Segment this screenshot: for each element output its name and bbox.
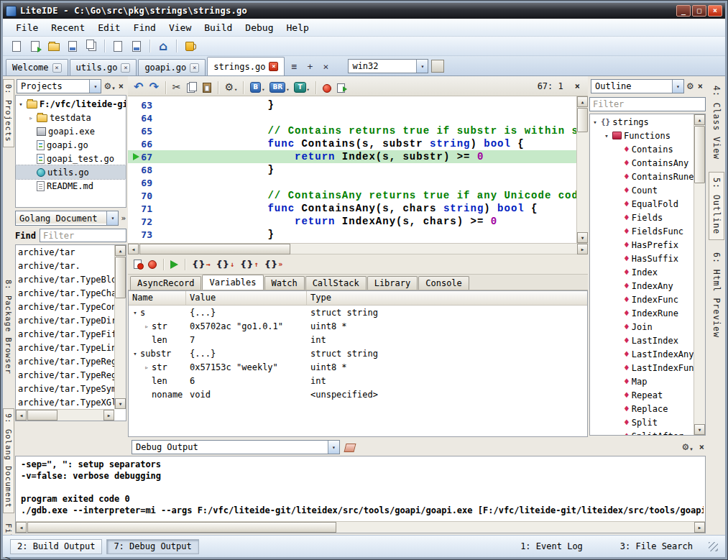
tree-row[interactable]: goapi.go	[16, 138, 126, 152]
dock-tab-outline[interactable]: 5: Outline	[709, 172, 724, 240]
line-gutter[interactable]: 63	[128, 98, 157, 111]
expander-icon[interactable]	[591, 119, 599, 126]
close-panel-icon[interactable]: ×	[117, 81, 125, 91]
menu-item[interactable]: Debug	[239, 20, 279, 35]
close-editor-icon[interactable]: ×	[571, 81, 584, 91]
tree-row[interactable]: testdata	[16, 111, 126, 124]
scrollbar-thumb[interactable]	[27, 522, 336, 533]
outline-item[interactable]: {} strings	[590, 115, 694, 129]
redo-icon[interactable]: ↷	[147, 78, 160, 94]
titlebar[interactable]: LiteIDE - C:\Go\src\pkg\strings\strings.…	[3, 3, 725, 19]
outline-function-item[interactable]: Join	[590, 320, 694, 334]
combo-dropdown-icon[interactable]: ▾	[672, 80, 683, 93]
tree-row[interactable]: goapi.exe	[16, 124, 126, 138]
outline-function-item[interactable]: Count	[590, 183, 694, 197]
dock-tab-package-browser[interactable]: 8: Package Browser	[4, 275, 14, 379]
combo-dropdown-icon[interactable]: ▾	[106, 211, 118, 225]
debug-output-button[interactable]: 7: Debug Output	[106, 539, 198, 554]
dock-tab-golang-document[interactable]: 9: Golang Document	[3, 408, 14, 513]
outline-function-item[interactable]: Map	[590, 375, 694, 388]
outline-function-item[interactable]: LastIndex	[590, 334, 694, 347]
save-file-icon[interactable]	[65, 38, 80, 54]
paste-icon[interactable]	[201, 78, 213, 94]
open-file-icon[interactable]	[27, 38, 43, 54]
outline-item[interactable]: Functions	[590, 129, 694, 142]
test-menu-button[interactable]: T ▾	[292, 78, 310, 94]
scroll-up-icon[interactable]	[577, 96, 588, 107]
outline-function-item[interactable]: Split	[590, 416, 694, 429]
outline-function-item[interactable]: HasPrefix	[590, 238, 694, 252]
outline-function-item[interactable]: ContainsRune	[590, 170, 694, 183]
gear-icon[interactable]: ⚙▾	[103, 81, 114, 91]
doc-filter-input[interactable]	[40, 229, 126, 242]
tab-close-icon[interactable]: ×	[52, 63, 62, 73]
outline-function-item[interactable]: Replace	[590, 402, 694, 416]
outline-function-item[interactable]: EqualFold	[590, 197, 694, 211]
line-gutter[interactable]: 69	[128, 176, 157, 189]
new-file-icon[interactable]	[9, 38, 24, 54]
doc-list-item[interactable]: archive/tar.TypeChar	[16, 287, 114, 300]
doc-list-item[interactable]: archive/tar.TypeFifo	[16, 328, 114, 341]
resize-grip[interactable]	[709, 542, 718, 551]
scroll-up-icon[interactable]	[115, 245, 126, 256]
minimize-button[interactable]: _	[676, 5, 691, 17]
outline-function-item[interactable]: LastIndexAny	[590, 347, 694, 361]
close-button[interactable]: ×	[708, 5, 722, 17]
outline-function-item[interactable]: Fields	[590, 211, 694, 224]
dock-tab-projects[interactable]: 0: Projects	[3, 79, 14, 147]
scroll-right-icon[interactable]	[577, 244, 588, 254]
step-out-icon[interactable]: {} ↑	[240, 259, 259, 270]
scrollbar-thumb[interactable]	[577, 108, 588, 132]
line-gutter[interactable]: 72	[128, 215, 157, 228]
tab-close-icon[interactable]: ×	[121, 63, 130, 73]
dock-tab-class-view[interactable]: 4: Class View	[709, 81, 724, 165]
debug-record-icon[interactable]	[321, 78, 333, 94]
doc-list-item[interactable]: archive/tar.TypeBlock	[16, 273, 114, 287]
column-header[interactable]: Value	[186, 291, 307, 305]
editor-tab[interactable]: strings.go ×	[207, 57, 285, 75]
menu-item[interactable]: Help	[281, 20, 315, 35]
outline-function-item[interactable]: HasSuffix	[590, 252, 694, 265]
scroll-left-icon[interactable]	[16, 410, 27, 421]
load-session-icon[interactable]	[110, 38, 126, 54]
variable-row[interactable]: noname void <unspecified>	[129, 387, 587, 401]
output-pane-combo[interactable]: Debug Output ▾	[132, 440, 340, 454]
line-gutter[interactable]: 65	[128, 124, 157, 137]
line-gutter[interactable]: 73	[128, 228, 157, 241]
expander-icon[interactable]	[603, 132, 610, 139]
variable-row[interactable]: len 7 int	[129, 333, 587, 346]
build-run-menu-button[interactable]: BR ▾	[268, 78, 290, 94]
combo-dropdown-icon[interactable]: ▾	[416, 60, 428, 73]
scrollbar-thumb[interactable]	[27, 410, 57, 421]
scroll-down-icon[interactable]	[577, 232, 588, 243]
split-add-icon[interactable]: +	[303, 59, 317, 73]
debug-tab[interactable]: CallStack	[305, 276, 367, 290]
outline-combo[interactable]: Outline ▾	[591, 79, 684, 93]
line-gutter[interactable]: 68	[128, 163, 157, 176]
build-output-button[interactable]: 2: Build Output	[10, 539, 102, 554]
run-to-line-icon[interactable]: {} »	[264, 259, 283, 270]
editor-tab[interactable]: utils.go ×	[70, 59, 137, 75]
build-menu-button[interactable]: B ▾	[249, 78, 266, 94]
line-gutter[interactable]: 64	[128, 111, 157, 124]
continue-debug-icon[interactable]	[170, 260, 179, 269]
editor-tab[interactable]: goapi.go ×	[138, 59, 206, 75]
outline-function-item[interactable]: SplitAfter	[590, 429, 694, 435]
outline-function-item[interactable]: ContainsAny	[590, 156, 694, 170]
editor-tab[interactable]: Welcome ×	[6, 59, 68, 75]
variable-row[interactable]: str 0x5702ac "go1.0.1" uint8 *	[129, 319, 587, 333]
debug-tab[interactable]: Library	[367, 276, 418, 290]
column-header[interactable]: Name	[129, 291, 186, 305]
outline-function-item[interactable]: IndexFunc	[590, 293, 694, 306]
scroll-left-icon[interactable]	[128, 244, 139, 254]
save-all-icon[interactable]	[83, 38, 99, 54]
outline-function-item[interactable]: FieldsFunc	[590, 224, 694, 238]
step-over-icon[interactable]: {} →	[192, 259, 211, 270]
cut-icon[interactable]: ✂	[171, 78, 183, 94]
debug-tab[interactable]: AsyncRecord	[130, 276, 201, 290]
doc-list-item[interactable]: archive/tar.TypeDir	[16, 314, 114, 328]
scroll-right-icon[interactable]	[103, 410, 114, 421]
editor-hscrollbar[interactable]	[128, 243, 588, 254]
doc-list-item[interactable]: archive/tar.TypeRegA	[16, 369, 114, 382]
home-icon[interactable]: ⌂	[155, 38, 171, 54]
